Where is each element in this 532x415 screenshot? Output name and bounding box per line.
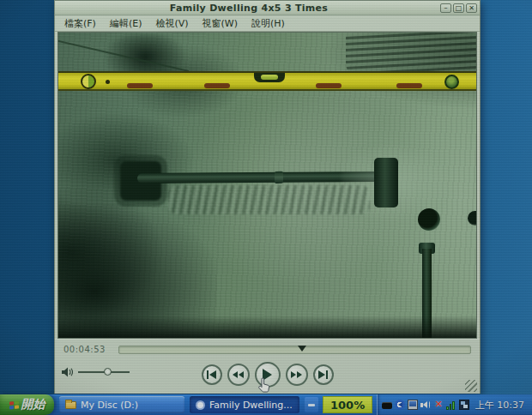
cursor-pointer-icon	[257, 377, 271, 394]
volume-group	[62, 367, 130, 377]
title-bar[interactable]: Family Dwelling 4x5 3 Times – □ ✕	[55, 1, 480, 15]
volume-slider[interactable]	[78, 371, 130, 373]
player-window: Family Dwelling 4x5 3 Times – □ ✕ 檔案(F) …	[54, 0, 481, 394]
skip-forward-icon	[318, 370, 325, 379]
taskbar-item-my-disc[interactable]: My Disc (D:)	[59, 396, 184, 413]
level-bubble	[261, 75, 278, 80]
level-marking	[204, 83, 230, 88]
level-marking	[127, 83, 153, 88]
start-label: 開始	[21, 397, 45, 412]
folder-icon	[65, 401, 76, 409]
media-player-tray-icon[interactable]	[395, 400, 405, 410]
menu-item-file[interactable]: 檔案(F)	[58, 16, 102, 31]
skip-back-button[interactable]	[202, 364, 222, 385]
window-title: Family Dwelling 4x5 3 Times	[57, 3, 440, 14]
display-icon[interactable]	[408, 400, 418, 410]
skip-back-icon	[207, 370, 209, 379]
level-marking	[396, 83, 422, 88]
task-label: Family Dwelling...	[209, 400, 293, 411]
menu-bar: 檔案(F) 編輯(E) 檢視(V) 視窗(W) 說明(H)	[55, 15, 480, 32]
menu-item-help[interactable]: 說明(H)	[245, 16, 291, 31]
rewind-icon	[233, 371, 238, 378]
maximize-button[interactable]: □	[453, 3, 464, 13]
clock: 上午 10:37	[475, 399, 528, 412]
menu-item-window[interactable]: 視窗(W)	[196, 16, 244, 31]
media-player-icon	[196, 400, 205, 410]
volume-icon[interactable]	[420, 400, 431, 410]
drain-hole-small	[468, 211, 477, 226]
video-viewport[interactable]	[57, 32, 477, 339]
speaker-icon	[62, 367, 74, 377]
pipe-coupling	[275, 171, 283, 183]
drain-hole	[418, 208, 440, 231]
network-icon[interactable]	[459, 400, 469, 410]
windows-logo-icon	[9, 400, 19, 409]
seek-marker[interactable]	[298, 346, 306, 352]
desktop: Family Dwelling 4x5 3 Times – □ ✕ 檔案(F) …	[0, 0, 532, 415]
timestamp: 00:04:53	[63, 345, 108, 354]
pipe-connector	[374, 158, 398, 208]
window-controls: – □ ✕	[440, 3, 477, 13]
language-bar-button[interactable]	[305, 397, 318, 412]
video-bottom-shadow	[58, 316, 476, 338]
taskbar: 開始 My Disc (D:) Family Dwelling... 100% …	[0, 394, 532, 415]
close-button[interactable]: ✕	[466, 3, 477, 13]
skip-forward-button[interactable]	[313, 364, 334, 385]
volume-knob[interactable]	[104, 368, 112, 376]
level-marking	[316, 83, 342, 88]
start-button[interactable]: 開始	[0, 394, 54, 415]
fast-forward-icon	[291, 371, 296, 378]
menu-item-view[interactable]: 檢視(V)	[149, 16, 194, 31]
rewind-button[interactable]	[227, 364, 250, 386]
offline-icon[interactable]: ✕	[433, 400, 444, 410]
level-end-vial	[81, 74, 96, 89]
spirit-level	[58, 71, 476, 91]
fast-forward-button[interactable]	[286, 364, 308, 386]
minimize-button[interactable]: –	[440, 3, 451, 13]
seek-bar[interactable]	[118, 346, 471, 354]
transport-bar	[55, 359, 480, 394]
status-row: 00:04:53	[55, 339, 480, 359]
level-center-vial	[254, 73, 285, 82]
taskbar-item-family-dwelling[interactable]: Family Dwelling...	[190, 396, 299, 413]
menu-item-edit[interactable]: 編輯(E)	[104, 16, 148, 31]
task-label: My Disc (D:)	[81, 400, 138, 411]
resize-grip[interactable]	[465, 380, 477, 392]
level-logo-badge	[444, 75, 459, 89]
signal-strength-icon[interactable]	[446, 400, 456, 410]
zoom-indicator: 100%	[323, 396, 372, 413]
power-plug-icon[interactable]	[382, 402, 392, 409]
system-tray: ✕ 上午 10:37	[377, 394, 532, 415]
level-rivet	[106, 80, 110, 84]
